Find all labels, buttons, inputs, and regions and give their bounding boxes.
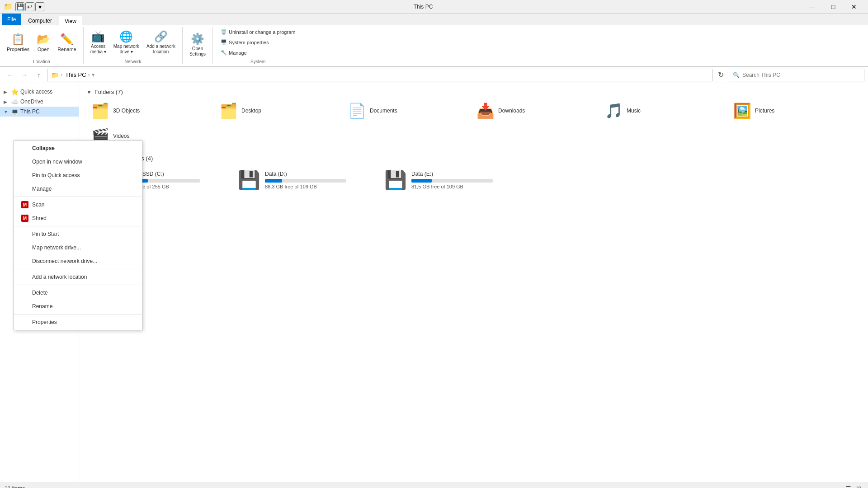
ctx-scan[interactable]: M Scan — [14, 198, 142, 211]
tab-file[interactable]: File — [2, 14, 21, 25]
folders-expand-arrow[interactable]: ▼ — [86, 89, 92, 95]
system-properties-button[interactable]: 🖥️ System properties — [217, 38, 299, 47]
search-box[interactable]: 🔍 — [729, 69, 864, 81]
file-explorer-icon: 📁 — [4, 2, 13, 11]
drive-d-info: Data (D:) 86,3 GB free of 109 GB — [265, 171, 373, 189]
network-buttons: 📺 Accessmedia ▾ 🌐 Map networkdrive ▾ 🔗 A… — [87, 27, 179, 57]
properties-icon: 📋 — [11, 33, 25, 46]
properties-button[interactable]: 📋 Properties — [4, 31, 33, 54]
grid-view-button[interactable]: ⊞ — [854, 484, 863, 488]
folder-music[interactable]: 🎵 Music — [600, 99, 726, 122]
open-settings-buttons: ⚙️ OpenSettings — [186, 27, 209, 62]
uninstall-button[interactable]: 🗑️ Uninstall or change a program — [217, 27, 299, 37]
folder-music-name: Music — [627, 108, 641, 114]
manage-ctx-icon — [21, 185, 28, 192]
add-network-label: Add a networklocation — [146, 44, 175, 55]
ctx-add-network-label: Add a network location — [32, 274, 87, 280]
ctx-properties[interactable]: Properties — [14, 315, 142, 329]
up-button[interactable]: ↑ — [33, 69, 45, 81]
qs-dropdown-button[interactable]: ▾ — [35, 2, 44, 11]
folder-3d-objects[interactable]: 🗂️ 3D Objects — [86, 99, 213, 122]
add-network-location-button[interactable]: 🔗 Add a networklocation — [143, 28, 179, 57]
drives-grid: 🖥️ Windows-SSD (C:) 164 GB free of 255 G… — [86, 165, 861, 195]
location-buttons: 📋 Properties 📂 Open ✏️ Rename — [4, 27, 80, 57]
close-button[interactable]: ✕ — [844, 0, 864, 14]
open-button[interactable]: 📂 Open — [33, 31, 53, 54]
rename-button[interactable]: ✏️ Rename — [54, 31, 80, 54]
ctx-manage[interactable]: Manage — [14, 182, 142, 196]
address-separator2: › — [88, 71, 90, 78]
ctx-pin-quick[interactable]: Pin to Quick access — [14, 169, 142, 182]
system-props-icon: 🖥️ — [221, 39, 227, 45]
address-folder-icon: 📁 — [51, 71, 59, 79]
delete-ctx-icon — [21, 289, 28, 296]
drives-section-header: ▼ Devices and drives (4) — [86, 155, 861, 162]
folder-documents-name: Documents — [370, 108, 397, 114]
view-buttons: ☰ ⊞ — [844, 484, 863, 488]
maximize-button[interactable]: □ — [823, 0, 844, 14]
drive-d-free: 86,3 GB free of 109 GB — [265, 184, 373, 189]
folder-music-icon: 🎵 — [605, 102, 623, 119]
ctx-collapse[interactable]: Collapse — [14, 141, 142, 155]
ribbon-group-location: 📋 Properties 📂 Open ✏️ Rename Location — [0, 27, 84, 64]
refresh-button[interactable]: ↻ — [714, 69, 727, 81]
ctx-rename[interactable]: Rename — [14, 300, 142, 313]
sidebar-item-this-pc[interactable]: ▼ 💻 This PC — [0, 107, 79, 117]
folder-pictures[interactable]: 🖼️ Pictures — [728, 99, 855, 122]
sidebar-item-quick-access[interactable]: ▶ ⭐ Quick access — [0, 87, 79, 97]
ribbon: File Computer View 📋 Properties 📂 Open ✏… — [0, 14, 868, 67]
search-input[interactable] — [742, 72, 860, 78]
quick-save-toolbar: 📁 💾 ↩ ▾ — [4, 2, 44, 11]
location-group-label: Location — [4, 57, 80, 64]
manage-icon: 🔧 — [221, 50, 227, 56]
minimize-button[interactable]: ─ — [802, 0, 823, 14]
ctx-pin-start-label: Pin to Start — [32, 231, 59, 237]
ctx-disconnect-network[interactable]: Disconnect network drive... — [14, 254, 142, 268]
ctx-shred[interactable]: M Shred — [14, 211, 142, 225]
drive-d[interactable]: 💾 Data (D:) 86,3 GB free of 109 GB — [233, 165, 377, 195]
qs-save-button[interactable]: 💾 — [15, 2, 24, 11]
drive-e[interactable]: 💾 Data (E:) 81,5 GB free of 109 GB — [379, 165, 524, 195]
ctx-pin-start[interactable]: Pin to Start — [14, 227, 142, 241]
folder-3d-icon: 🗂️ — [91, 102, 109, 119]
drive-d-name: Data (D:) — [265, 171, 373, 177]
onedrive-arrow: ▶ — [4, 99, 9, 104]
content-area: ▼ Folders (7) 🗂️ 3D Objects 🗂️ Desktop 📄… — [79, 83, 868, 483]
item-count: 11 items — [5, 485, 25, 488]
back-button[interactable]: ← — [4, 69, 16, 81]
window-title: This PC — [44, 4, 802, 10]
ctx-map-network[interactable]: Map network drive... — [14, 241, 142, 254]
address-bar[interactable]: 📁 › This PC › ▾ — [47, 69, 712, 81]
manage-button[interactable]: 🔧 Manage — [217, 48, 299, 57]
list-view-button[interactable]: ☰ — [844, 484, 853, 488]
add-network-location-icon — [21, 273, 28, 281]
mcafee-section-header: ▼ McAfee Vaults — [86, 200, 861, 207]
ctx-open-new-window[interactable]: Open in new window — [14, 155, 142, 169]
map-network-drive-button[interactable]: 🌐 Map networkdrive ▾ — [110, 28, 142, 57]
qs-undo-button[interactable]: ↩ — [25, 2, 34, 11]
access-media-icon: 📺 — [91, 30, 105, 43]
folder-downloads[interactable]: 📥 Downloads — [472, 99, 598, 122]
forward-button[interactable]: → — [18, 69, 31, 81]
titlebar: 📁 💾 ↩ ▾ This PC ─ □ ✕ — [0, 0, 868, 14]
tab-view[interactable]: View — [59, 16, 82, 26]
open-icon: 📂 — [37, 33, 50, 46]
folder-documents[interactable]: 📄 Documents — [343, 99, 470, 122]
access-media-button[interactable]: 📺 Accessmedia ▾ — [87, 28, 109, 57]
folder-pictures-icon: 🖼️ — [733, 102, 751, 119]
folder-desktop[interactable]: 🗂️ Desktop — [215, 99, 341, 122]
mcafee-shred-icon: M — [21, 215, 28, 222]
folders-section-title: Folders (7) — [94, 89, 123, 95]
ctx-delete[interactable]: Delete — [14, 286, 142, 300]
ctx-sep-2 — [14, 226, 142, 226]
sidebar-item-onedrive[interactable]: ▶ ☁️ OneDrive — [0, 97, 79, 107]
properties-label: Properties — [7, 47, 29, 52]
ctx-rename-label: Rename — [32, 303, 52, 310]
ribbon-group-system: 🗑️ Uninstall or change a program 🖥️ Syst… — [213, 27, 303, 64]
drive-e-bar — [411, 179, 493, 183]
ctx-add-network-location[interactable]: Add a network location — [14, 270, 142, 284]
open-settings-button[interactable]: ⚙️ OpenSettings — [186, 30, 209, 59]
context-menu: Collapse Open in new window Pin to Quick… — [14, 140, 142, 330]
tab-computer[interactable]: Computer — [22, 15, 58, 25]
pin-quick-icon — [21, 172, 28, 179]
